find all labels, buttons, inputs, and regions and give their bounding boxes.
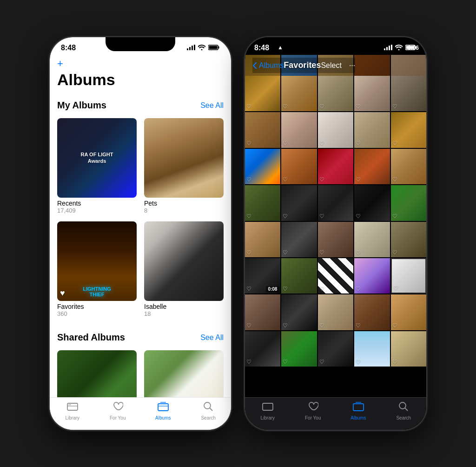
right-phone: 8:48 ▲ [245,37,426,430]
photo-cell[interactable]: ♡ [354,185,390,220]
left-phone: 8:48 [50,37,231,430]
shared-albums-section: Shared Albums See All [57,328,224,397]
photo-cell[interactable]: ♡ [245,331,280,367]
photo-cell[interactable]: ♡ [281,76,317,111]
heart-icon: ♡ [392,359,397,365]
albums-content[interactable]: + Albums My Albums See All RA OF LIGHTAw… [50,55,231,397]
photo-cell[interactable]: ♡ [354,222,390,257]
shared-albums-title: Shared Albums [57,332,125,343]
photo-cell[interactable]: ♡ [318,112,353,147]
photo-cell[interactable]: ♡ [318,222,353,257]
tab-albums-label: Albums [155,415,171,420]
photo-cell[interactable]: ♡ [245,112,280,147]
photo-cell[interactable]: ♡ [354,112,390,147]
favorites-photo-grid[interactable]: ♡ ♡ ♡ ♡ ♡ [245,76,426,397]
right-phone-screen: 8:48 ▲ [245,37,426,430]
photo-cell[interactable]: ♡ [281,222,317,257]
back-button[interactable]: Albums [252,61,284,70]
favorites-title: Favorites [284,60,321,70]
photo-cell[interactable]: ♡ [245,149,280,184]
photo-cell[interactable]: ♡ [354,294,390,330]
my-albums-see-all[interactable]: See All [200,101,224,110]
tab-search[interactable]: Search [186,401,231,420]
heart-icon: ♡ [319,103,324,110]
album-recents-text: RA OF LIGHTAwards [81,152,113,164]
favorites-screen: 8:48 ▲ [245,37,426,430]
heart-icon: ♡ [356,213,361,220]
photo-cell[interactable]: ♡ [391,294,426,330]
photo-cell[interactable]: ♡ [245,294,280,330]
photo-cell[interactable]: ♡ [391,222,426,257]
photo-cell[interactable]: ♡ [318,149,353,184]
svg-rect-11 [263,403,273,410]
album-recents-count: 17,409 [57,207,137,214]
heart-icon: ♡ [392,140,397,147]
tab-for-you[interactable]: For You [95,401,141,420]
photo-cell[interactable]: ♡ [391,112,426,147]
heart-icon: ♡ [319,140,324,147]
album-isabelle-thumb [144,221,224,301]
shared-album-baseball[interactable] [57,350,137,397]
heart-icon: ♡ [283,103,288,110]
right-tab-library[interactable]: Library [245,401,291,420]
right-tab-search-label: Search [396,415,411,420]
photo-cell[interactable]: ♡ [281,294,317,330]
photo-cell[interactable]: ♡ [281,185,317,220]
photo-cell[interactable]: ♡ [318,185,353,220]
photo-cell[interactable]: ♡ [281,258,317,294]
photo-cell[interactable]: ♡ [281,112,317,147]
add-album-button[interactable]: + [57,59,224,69]
photo-cell[interactable]: ♡ [391,331,426,367]
photo-cell[interactable]: ♡ [318,294,353,330]
album-favorites[interactable]: LIGHTNINGTHIEF ♥ Favorites 360 [57,221,137,317]
right-tab-search[interactable]: Search [381,401,427,420]
photo-cell[interactable]: ♡ [318,76,353,111]
right-tab-library-icon [262,401,273,414]
photo-cell[interactable]: ♡ [391,76,426,111]
photo-cell[interactable]: ♡ [354,76,390,111]
album-pets[interactable]: Pets 8 [144,118,224,214]
favorites-nav: Albums Favorites Select ··· [245,55,426,76]
photo-cell[interactable]: ♡ 0:08 [245,258,280,294]
album-favorites-count: 360 [57,310,137,317]
album-isabelle[interactable]: Isabelle 18 [144,221,224,317]
heart-icon: ♡ [246,176,251,183]
photo-cell[interactable]: ♡ [245,76,280,111]
heart-icon: ♡ [246,140,251,147]
right-tab-search-icon [398,401,409,414]
photo-cell[interactable]: ♡ [354,258,390,294]
album-recents[interactable]: RA OF LIGHTAwards Recents 17,409 [57,118,137,214]
tab-albums-icon [158,401,169,414]
my-albums-section-header: My Albums See All [57,96,224,114]
album-pets-thumb [144,118,224,198]
photo-cell[interactable]: ♡ [245,222,280,257]
shared-album-shelter[interactable] [144,350,224,397]
photo-cell[interactable]: ♡ [245,185,280,220]
photo-cell[interactable]: ♡ [354,331,390,367]
right-tab-albums[interactable]: Albums [336,401,381,420]
photo-cell[interactable]: ♡ [391,149,426,184]
photo-cell[interactable]: ♡ [318,258,353,294]
photo-cell[interactable]: ♡ [281,149,317,184]
tab-albums[interactable]: Albums [140,401,186,420]
shared-albums-see-all[interactable]: See All [200,334,224,342]
photo-cell[interactable]: ♡ [391,185,426,220]
heart-icon: ♡ [283,176,288,183]
heart-icon: ♡ [246,213,251,220]
heart-icon: ♡ [246,322,251,329]
favorites-heart: ♥ [60,288,65,298]
more-options-button[interactable]: ··· [349,61,355,70]
signal-icon [187,45,195,52]
photo-cell[interactable]: ♡ [318,331,353,367]
photo-cell[interactable]: ♡ [354,149,390,184]
heart-icon: ♡ [319,322,324,329]
photo-cell[interactable]: ♡ [281,331,317,367]
right-tab-for-you[interactable]: For You [291,401,336,420]
select-button[interactable]: Select [321,61,341,70]
photo-cell[interactable]: ♡ [391,258,426,294]
status-time: 8:48 [61,44,76,52]
album-theater-text: LIGHTNINGTHIEF [83,286,111,297]
tab-library[interactable]: Library [50,401,95,420]
svg-rect-1 [218,46,219,48]
right-tab-albums-label: Albums [350,415,366,420]
